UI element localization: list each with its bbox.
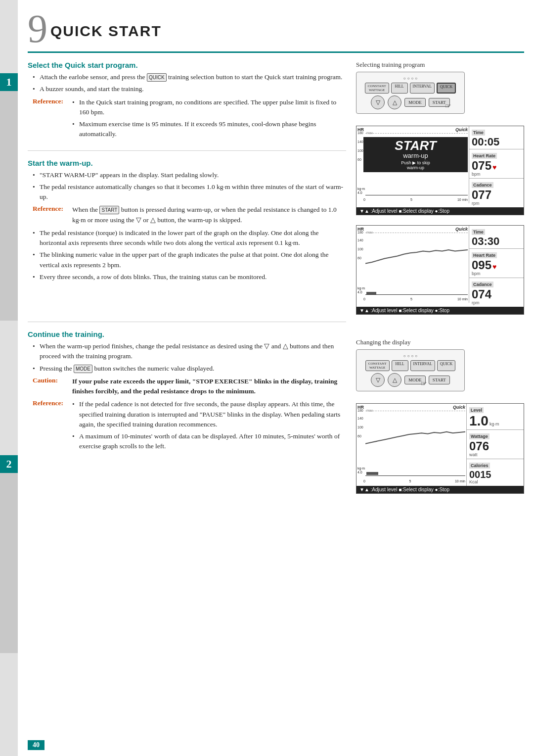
display2-x-5: 5 (410, 297, 412, 301)
display1-max-line (365, 133, 468, 134)
display3-bar (366, 472, 378, 475)
display1-hr-unit: bpm (472, 172, 521, 177)
display3-level-label: Level (469, 407, 484, 413)
step1b-bullet2-3: Every three seconds, a row of dots blink… (33, 272, 346, 282)
display1-max-label: max (366, 131, 373, 135)
display1-time-label: Time (472, 130, 485, 136)
step1-ref-label: Reference: (33, 97, 72, 142)
step1-bullet-1: Attach the earlobe sensor, and press the… (33, 72, 346, 82)
display2-stats: Time 03:30 Heart Rate 095 ♥ bpm (469, 226, 524, 307)
step1b-bullet2-1: The pedal resistance (torque) is indicat… (33, 228, 346, 248)
right-column: Selecting training program ○ ○ ○ ○ CONST… (356, 61, 524, 494)
display3-x-5: 5 (409, 479, 411, 483)
hill-btn[interactable]: HILL (391, 83, 408, 94)
display2-hr-unit: bpm (472, 271, 521, 276)
display1-xlabels: 0 5 10 min (363, 198, 468, 201)
start-key-icon: START (99, 206, 119, 214)
device2-quick-btn[interactable]: QUICK (437, 360, 455, 371)
display3-panel: HR 180 140 100 60 max Quick (356, 403, 524, 494)
step1-block: Select the Quick start program. Attach t… (28, 61, 346, 142)
page-header: 9 Quick Start (28, 9, 524, 48)
chapter-number: 9 (28, 9, 47, 48)
step2-ref-label: Reference: (33, 399, 72, 453)
display3-graph-svg (365, 411, 465, 450)
display2-x-10: 10 min (457, 297, 468, 301)
display3-wrapper: HR 180 140 100 60 max Quick (356, 403, 524, 494)
display1-xaxis (365, 195, 468, 195)
display2-time-value: 03:30 (472, 236, 521, 247)
display3-x-10: 10 min (455, 479, 465, 483)
display2-y-180: 180 (357, 231, 363, 234)
display3-inner: HR 180 140 100 60 max Quick (356, 404, 524, 486)
step-2-sidebar-bg (0, 455, 18, 653)
display2-xlabels: 0 5 10 min (363, 297, 468, 301)
step1-ref-content: In the Quick start training program, no … (72, 97, 346, 142)
display3-calories-unit: Kcal (469, 479, 521, 484)
step1b-bullet-1: "START WARM-UP" appears in the display. … (33, 170, 346, 180)
device2-up-btn[interactable]: △ (388, 373, 401, 387)
display1-hr-block: Heart Rate 075 ♥ bpm (469, 149, 524, 179)
step2-bullets: When the warm-up period finishes, change… (28, 341, 346, 374)
header-rule (28, 51, 524, 53)
page-footer: 40 (18, 740, 534, 750)
device-panel-1-wrapper: Selecting training program ○ ○ ○ ○ CONST… (356, 61, 524, 114)
start-btn[interactable]: START ☞ (429, 98, 450, 107)
page-number: 40 (28, 740, 44, 750)
display1-heart-icon: ♥ (492, 163, 496, 171)
constant-wattage-btn[interactable]: CONSTANTWATTAGE (365, 83, 389, 94)
device2-down-btn[interactable]: ▽ (371, 373, 385, 387)
display2-cadance-value: 074 (472, 288, 521, 300)
display2-cadance-unit: rpm (472, 300, 521, 305)
step1-bullets: Attach the earlobe sensor, and press the… (28, 72, 346, 94)
display3-kgm-label: kg·m (357, 467, 365, 470)
quick-btn[interactable]: QUICK (437, 83, 456, 94)
display2-cadance-block: Cadance 074 rpm (469, 278, 524, 307)
mode-key-icon: MODE (74, 365, 92, 373)
step-1-sidebar (0, 73, 18, 321)
step1-reference: Reference: In the Quick start training p… (28, 97, 346, 142)
step-divider-2 (28, 322, 346, 322)
step1b-bullets2: The pedal resistance (torque) is indicat… (28, 228, 346, 282)
display1-hr-stat-label: Heart Rate (472, 153, 497, 159)
display1-panel: HR 180 140 100 60 max Quick (356, 126, 524, 215)
display1-x-5: 5 (410, 198, 412, 201)
step1b-block: Start the warm-up. "START WARM-UP" appea… (28, 159, 346, 283)
display1-hr-value: 075 (472, 160, 491, 172)
display3-level-value: 1.0 (469, 414, 489, 428)
display1-hr-row: 075 ♥ (472, 160, 521, 172)
display1-graph: HR 180 140 100 60 max Quick (356, 126, 469, 203)
device2-constant-wattage-btn[interactable]: CONSTANTWATTAGE (365, 360, 390, 371)
step1b-bullet-2: The pedal resistance automatically chang… (33, 182, 346, 202)
device-panel-2: ○ ○ ○ ○ CONSTANTWATTAGE HILL INTERVAL QU… (356, 349, 465, 391)
device2-hill-btn[interactable]: HILL (392, 360, 408, 371)
interval-btn[interactable]: INTERVAL (410, 83, 435, 94)
mode-btn[interactable]: MODE (404, 98, 426, 107)
device2-program-buttons: CONSTANTWATTAGE HILL INTERVAL QUICK (360, 360, 460, 371)
display1-cadance-unit: rpm (472, 201, 521, 206)
finger-cursor-icon: ☞ (445, 102, 451, 110)
device2-mode-btn[interactable]: MODE ☞ (404, 376, 426, 384)
display1-y-60: 60 (357, 158, 361, 161)
step2-bullet-1: When the warm-up period finishes, change… (33, 341, 346, 362)
step1-ref-bullet-1: In the Quick start training program, no … (72, 97, 346, 118)
up-nav-btn[interactable]: △ (388, 95, 401, 109)
device2-start-btn[interactable]: START (429, 376, 450, 384)
step1-bullet-2: A buzzer sounds, and start the training. (33, 84, 346, 94)
step-1-number: 1 (0, 73, 18, 91)
spacer (356, 322, 524, 331)
device2-interval-btn[interactable]: INTERVAL (410, 360, 435, 371)
display3-wattage-unit: watt (469, 452, 521, 457)
display2-time-label: Time (472, 229, 485, 235)
display3-y-100: 100 (357, 425, 363, 429)
step2-ref-content: If the pedal cadence is not detected for… (72, 399, 346, 453)
display2-y-60: 60 (357, 256, 361, 260)
chapter-title: Quick Start (50, 23, 162, 44)
display1-y-100: 100 (357, 149, 363, 152)
device-indicators: ○ ○ ○ ○ (403, 76, 417, 81)
down-nav-btn[interactable]: ▽ (371, 95, 385, 109)
step2-caution-text: If your pulse rate exceeds the upper lim… (72, 377, 346, 397)
display3-y-180: 180 (357, 409, 363, 412)
quick-key-icon: QUICK (147, 73, 167, 82)
display2-yl-4: 4.0 (357, 290, 362, 294)
step1b-bullets: "START WARM-UP" appears in the display. … (28, 170, 346, 202)
